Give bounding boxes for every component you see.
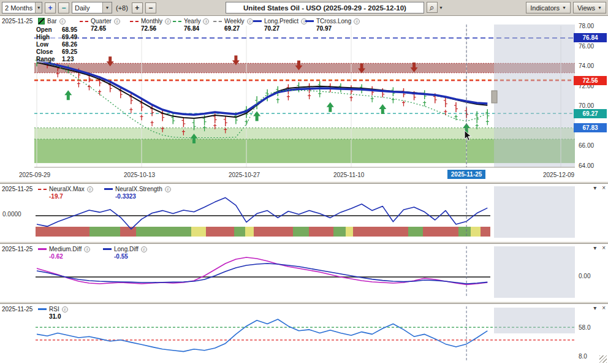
collapse-panel-button[interactable]: ▾ (593, 184, 596, 191)
views-label: Views (577, 4, 595, 12)
toolbar: 2 Months ▼ + − Daily ▼ (+8) + − United S… (0, 0, 608, 16)
add-indicator-button[interactable]: + (45, 2, 56, 13)
info-icon[interactable]: i (59, 18, 66, 25)
legend-item-bar: Bar i (38, 18, 66, 25)
resize-grip[interactable] (599, 355, 607, 363)
legend-label: TCross.Long (316, 18, 351, 25)
info-icon[interactable]: i (203, 18, 209, 25)
close-panel-button[interactable]: × (602, 184, 606, 191)
rsi-panel: 2025-11-25 58.0 8.0 ▾ × RSIi31.0 (0, 304, 608, 364)
views-button[interactable]: Views ▼ (573, 2, 606, 13)
price-tag-72.56: 72.56 (574, 76, 607, 85)
price-chart[interactable] (0, 16, 608, 181)
ohlc-row: Open68.95 (36, 26, 78, 33)
zero-value-label: 0.00 (579, 273, 590, 279)
ohlc-value: 1.23 (62, 56, 74, 63)
remove-indicator-button[interactable]: − (58, 2, 69, 13)
legend-label: Long.Predict (264, 18, 298, 25)
chevron-down-icon: ▼ (598, 6, 602, 10)
diff-panel: 2025-11-25 0.00 ▾ × Medium.Diffi-0.62Lon… (0, 244, 608, 301)
legend-label: Bar (47, 18, 57, 25)
ohlc-key: Close (36, 48, 58, 55)
price-tag-69.27: 69.27 (574, 109, 607, 118)
series-swatch (38, 308, 47, 310)
period-select[interactable]: Daily ▼ (72, 2, 112, 13)
series-swatch (213, 21, 222, 22)
legend-value: 69.27 (224, 25, 240, 32)
x-axis-label: 2025-10-27 (229, 172, 260, 178)
series-swatch (38, 248, 47, 250)
series-swatch (305, 20, 314, 22)
close-panel-button[interactable]: × (602, 305, 606, 311)
legend-item-monthly: Monthlyi (130, 18, 171, 25)
panel-date: 2025-11-25 (2, 306, 32, 313)
legend-item-tcross-long: TCross.Longi (305, 18, 360, 25)
ohlc-readout: Open68.95 High69.49 Low68.26 Close69.25 … (36, 26, 78, 63)
search-button[interactable]: ⌕ (427, 2, 438, 13)
close-panel-button[interactable]: × (602, 245, 606, 251)
series-swatch (38, 189, 47, 190)
info-icon[interactable]: i (165, 18, 171, 25)
minus-icon: − (61, 4, 66, 12)
info-icon[interactable]: i (247, 18, 253, 25)
legend-value: 72.56 (141, 25, 156, 32)
legend-item-neuralx-max: NeuralX.Maxi (38, 186, 93, 192)
legend-value: 70.27 (264, 25, 279, 32)
info-icon[interactable]: i (165, 186, 171, 192)
rsi-axis-label: 8.0 (579, 353, 587, 360)
legend-value: 72.65 (91, 25, 106, 32)
bar-series-icon (38, 18, 45, 25)
legend-value: -0.3323 (115, 193, 136, 200)
info-icon[interactable]: i (141, 246, 147, 252)
ohlc-value: 68.95 (62, 26, 77, 33)
zoom-out-button[interactable]: − (145, 2, 156, 13)
legend-item-quarter: Quarteri (80, 18, 120, 25)
range-select[interactable]: 2 Months ▼ (2, 2, 42, 13)
info-icon[interactable]: i (84, 246, 90, 252)
cursor-date: 2025-11-25 (2, 18, 32, 25)
search-icon: ⌕ (430, 2, 435, 13)
legend-label: NeuralX.Max (49, 186, 85, 192)
series-swatch (104, 188, 113, 190)
indicators-label: Indicators (530, 4, 560, 12)
zoom-in-button[interactable]: + (132, 2, 143, 13)
collapse-panel-button[interactable]: ▾ (593, 245, 596, 251)
neuralx-chart[interactable] (0, 184, 608, 241)
info-icon[interactable]: i (87, 186, 93, 192)
search-dropdown-icon[interactable]: ▼ (439, 6, 443, 10)
legend-label: Quarter (91, 18, 112, 25)
legend-item-long-diff: Long.Diffi (103, 246, 147, 252)
legend-item-medium-diff: Medium.Diffi (38, 246, 90, 252)
ohlc-value: 69.49 (62, 34, 77, 40)
info-icon[interactable]: i (114, 18, 120, 25)
panel-date: 2025-11-25 (2, 186, 32, 192)
ohlc-row: High69.49 (36, 34, 78, 40)
info-icon[interactable]: i (62, 306, 68, 313)
ohlc-value: 69.25 (62, 48, 77, 55)
period-select-value: Daily (75, 4, 89, 12)
rsi-axis-label: 58.0 (579, 324, 590, 331)
range-select-value: 2 Months (5, 4, 32, 12)
legend-item-long-predict: Long.Predicti (253, 18, 307, 25)
y-axis-label: 78.00 (579, 23, 594, 29)
neuralx-panel: 2025-11-25 0.0000 ▾ × NeuralX.Maxi-19.7N… (0, 184, 608, 241)
ohlc-key: Range (36, 56, 58, 63)
legend-label: Yearly (184, 18, 200, 25)
indicators-button[interactable]: Indicators ▼ (526, 2, 571, 13)
legend-value: -0.55 (114, 253, 128, 260)
rsi-chart[interactable] (0, 304, 608, 364)
legend-value: -0.62 (49, 253, 63, 260)
panel-controls: ▾ × (593, 245, 606, 251)
y-axis-label: 70.00 (579, 102, 594, 109)
legend-label: RSI (49, 306, 59, 313)
info-icon[interactable]: i (354, 18, 360, 25)
legend-label: Long.Diff (114, 246, 139, 252)
price-tag-76.84: 76.84 (574, 33, 607, 42)
ohlc-key: High (36, 34, 58, 40)
ohlc-value: 68.26 (62, 41, 77, 48)
y-axis-label: 74.00 (579, 63, 594, 69)
diff-chart[interactable] (0, 244, 608, 301)
legend-label: Medium.Diff (49, 246, 82, 252)
collapse-panel-button[interactable]: ▾ (593, 305, 596, 311)
legend-item-rsi: RSIi (38, 306, 68, 313)
